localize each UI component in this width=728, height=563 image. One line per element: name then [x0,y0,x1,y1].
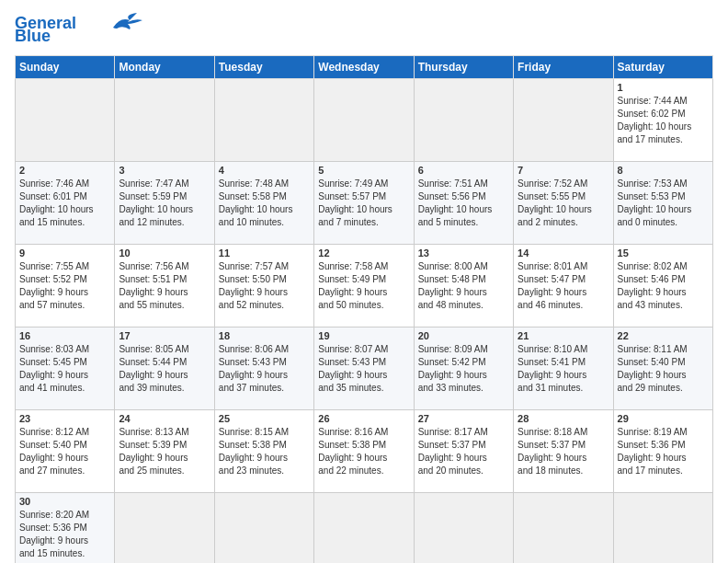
day-number: 25 [219,413,310,424]
day-cell: 21Sunrise: 8:10 AM Sunset: 5:41 PM Dayli… [514,327,613,410]
day-number: 21 [518,330,609,341]
day-cell [214,493,313,564]
day-number: 20 [418,330,509,341]
day-number: 5 [318,165,409,176]
day-cell: 13Sunrise: 8:00 AM Sunset: 5:48 PM Dayli… [414,245,513,327]
day-info: Sunrise: 8:03 AM Sunset: 5:45 PM Dayligh… [19,343,110,395]
day-cell: 23Sunrise: 8:12 AM Sunset: 5:40 PM Dayli… [16,410,115,493]
day-cell: 27Sunrise: 8:17 AM Sunset: 5:37 PM Dayli… [414,410,513,493]
day-cell [115,493,214,564]
day-cell [514,79,613,162]
col-header-thursday: Thursday [414,56,513,79]
day-info: Sunrise: 8:12 AM Sunset: 5:40 PM Dayligh… [19,426,110,477]
day-info: Sunrise: 8:00 AM Sunset: 5:48 PM Dayligh… [418,260,509,312]
week-row-1: 2Sunrise: 7:46 AM Sunset: 6:01 PM Daylig… [16,162,713,245]
day-info: Sunrise: 8:09 AM Sunset: 5:42 PM Dayligh… [418,343,509,395]
day-cell: 19Sunrise: 8:07 AM Sunset: 5:43 PM Dayli… [314,327,414,410]
day-cell [414,79,513,162]
day-info: Sunrise: 7:52 AM Sunset: 5:55 PM Dayligh… [518,178,609,229]
day-cell [314,79,414,162]
day-info: Sunrise: 8:01 AM Sunset: 5:47 PM Dayligh… [518,260,609,312]
day-cell: 29Sunrise: 8:19 AM Sunset: 5:36 PM Dayli… [613,410,712,493]
day-cell [115,79,214,162]
day-cell: 6Sunrise: 7:51 AM Sunset: 5:56 PM Daylig… [414,162,513,245]
day-number: 26 [318,413,409,424]
day-info: Sunrise: 7:55 AM Sunset: 5:52 PM Dayligh… [19,260,110,312]
day-number: 18 [219,330,310,341]
day-cell: 30Sunrise: 8:20 AM Sunset: 5:36 PM Dayli… [16,493,115,564]
day-number: 10 [119,247,210,259]
day-number: 1 [618,82,709,93]
day-info: Sunrise: 8:10 AM Sunset: 5:41 PM Dayligh… [518,343,609,395]
week-row-2: 9Sunrise: 7:55 AM Sunset: 5:52 PM Daylig… [16,245,713,327]
day-cell: 7Sunrise: 7:52 AM Sunset: 5:55 PM Daylig… [514,162,613,245]
day-info: Sunrise: 7:46 AM Sunset: 6:01 PM Dayligh… [19,178,110,229]
week-row-3: 16Sunrise: 8:03 AM Sunset: 5:45 PM Dayli… [16,327,713,410]
day-cell: 8Sunrise: 7:53 AM Sunset: 5:53 PM Daylig… [613,162,712,245]
day-number: 22 [618,330,709,341]
day-info: Sunrise: 8:19 AM Sunset: 5:36 PM Dayligh… [618,426,709,477]
day-number: 16 [19,330,110,341]
day-info: Sunrise: 7:49 AM Sunset: 5:57 PM Dayligh… [318,178,409,229]
day-cell: 9Sunrise: 7:55 AM Sunset: 5:52 PM Daylig… [16,245,115,327]
logo-bird-icon [111,11,144,31]
day-number: 17 [119,330,210,341]
day-cell [16,79,115,162]
day-number: 19 [318,330,409,341]
col-header-saturday: Saturday [613,56,712,79]
day-info: Sunrise: 7:57 AM Sunset: 5:50 PM Dayligh… [219,260,310,312]
day-info: Sunrise: 7:44 AM Sunset: 6:02 PM Dayligh… [618,95,709,146]
day-info: Sunrise: 8:15 AM Sunset: 5:38 PM Dayligh… [219,426,310,477]
calendar-table: SundayMondayTuesdayWednesdayThursdayFrid… [15,55,713,563]
day-number: 15 [618,247,709,259]
logo: General Blue [15,15,144,44]
day-cell: 2Sunrise: 7:46 AM Sunset: 6:01 PM Daylig… [16,162,115,245]
day-info: Sunrise: 7:56 AM Sunset: 5:51 PM Dayligh… [119,260,210,312]
day-number: 30 [19,496,110,507]
day-cell: 10Sunrise: 7:56 AM Sunset: 5:51 PM Dayli… [115,245,214,327]
day-number: 14 [518,247,609,259]
day-number: 2 [19,165,110,176]
day-number: 28 [518,413,609,424]
week-row-0: 1Sunrise: 7:44 AM Sunset: 6:02 PM Daylig… [16,79,713,162]
day-number: 23 [19,413,110,424]
week-row-5: 30Sunrise: 8:20 AM Sunset: 5:36 PM Dayli… [16,493,713,564]
day-info: Sunrise: 8:02 AM Sunset: 5:46 PM Dayligh… [618,260,709,312]
day-cell [214,79,313,162]
day-cell: 1Sunrise: 7:44 AM Sunset: 6:02 PM Daylig… [613,79,712,162]
day-number: 12 [318,247,409,259]
day-cell: 17Sunrise: 8:05 AM Sunset: 5:44 PM Dayli… [115,327,214,410]
day-number: 3 [119,165,210,176]
day-number: 13 [418,247,509,259]
day-info: Sunrise: 8:13 AM Sunset: 5:39 PM Dayligh… [119,426,210,477]
day-info: Sunrise: 7:48 AM Sunset: 5:58 PM Dayligh… [219,178,310,229]
day-number: 9 [19,247,110,259]
col-header-monday: Monday [115,56,214,79]
col-header-wednesday: Wednesday [314,56,414,79]
page-header: General Blue [15,15,713,44]
day-cell: 5Sunrise: 7:49 AM Sunset: 5:57 PM Daylig… [314,162,414,245]
day-info: Sunrise: 7:53 AM Sunset: 5:53 PM Dayligh… [618,178,709,229]
header-row: SundayMondayTuesdayWednesdayThursdayFrid… [16,56,713,79]
day-number: 11 [219,247,310,259]
day-cell [514,493,613,564]
day-number: 27 [418,413,509,424]
day-cell: 18Sunrise: 8:06 AM Sunset: 5:43 PM Dayli… [214,327,313,410]
day-info: Sunrise: 7:47 AM Sunset: 5:59 PM Dayligh… [119,178,210,229]
day-info: Sunrise: 8:16 AM Sunset: 5:38 PM Dayligh… [318,426,409,477]
day-cell: 15Sunrise: 8:02 AM Sunset: 5:46 PM Dayli… [613,245,712,327]
col-header-sunday: Sunday [16,56,115,79]
day-number: 29 [618,413,709,424]
day-cell: 12Sunrise: 7:58 AM Sunset: 5:49 PM Dayli… [314,245,414,327]
day-number: 4 [219,165,310,176]
day-cell: 14Sunrise: 8:01 AM Sunset: 5:47 PM Dayli… [514,245,613,327]
day-cell: 20Sunrise: 8:09 AM Sunset: 5:42 PM Dayli… [414,327,513,410]
day-cell: 28Sunrise: 8:18 AM Sunset: 5:37 PM Dayli… [514,410,613,493]
day-info: Sunrise: 7:58 AM Sunset: 5:49 PM Dayligh… [318,260,409,312]
day-cell: 26Sunrise: 8:16 AM Sunset: 5:38 PM Dayli… [314,410,414,493]
day-info: Sunrise: 8:05 AM Sunset: 5:44 PM Dayligh… [119,343,210,395]
day-cell: 3Sunrise: 7:47 AM Sunset: 5:59 PM Daylig… [115,162,214,245]
day-info: Sunrise: 8:11 AM Sunset: 5:40 PM Dayligh… [618,343,709,395]
day-cell: 11Sunrise: 7:57 AM Sunset: 5:50 PM Dayli… [214,245,313,327]
day-cell: 24Sunrise: 8:13 AM Sunset: 5:39 PM Dayli… [115,410,214,493]
